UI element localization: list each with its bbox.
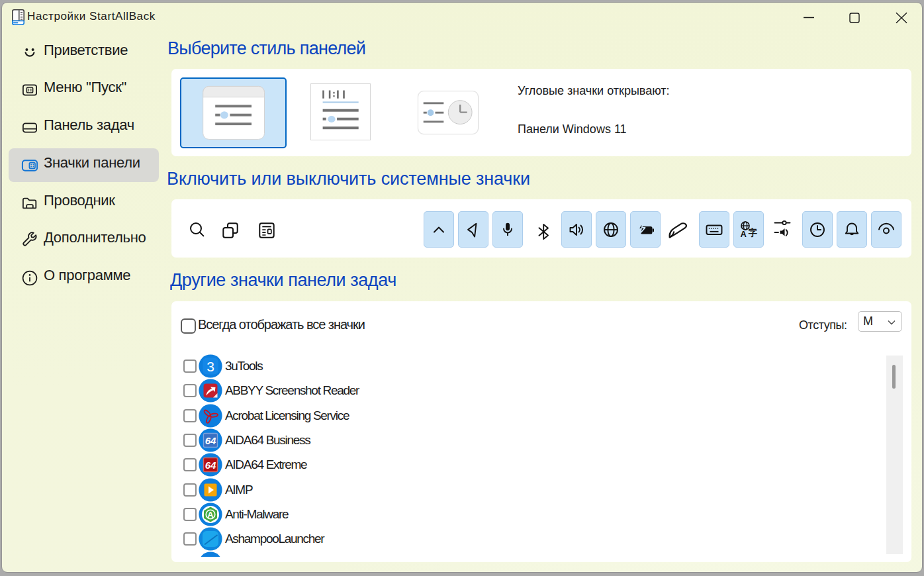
svg-text:字: 字 <box>749 228 758 238</box>
svg-text:64: 64 <box>205 459 216 471</box>
svg-text:A: A <box>741 228 747 238</box>
svg-text:A: A <box>207 510 214 520</box>
svg-text:3: 3 <box>207 359 214 374</box>
svg-text:64: 64 <box>205 435 216 446</box>
